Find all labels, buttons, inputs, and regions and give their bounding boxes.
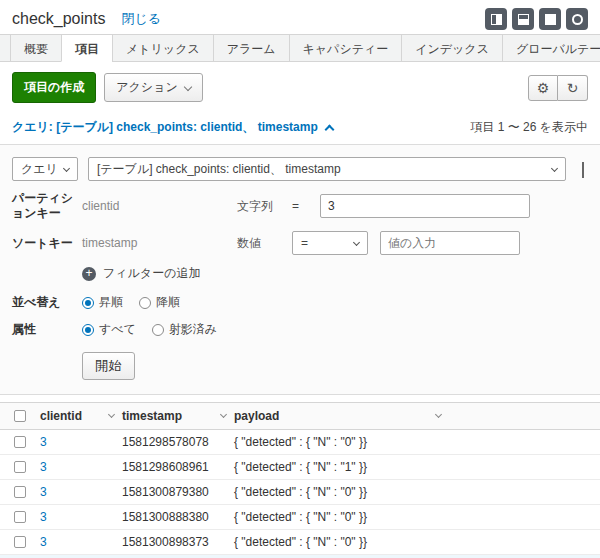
timestamp-cell: 1581300898373	[122, 535, 209, 549]
column-header-payload: payload	[234, 409, 279, 423]
gear-icon[interactable]: ⚙	[528, 75, 558, 101]
sort-caret-icon[interactable]	[108, 411, 115, 418]
payload-cell: { "detected" : { "N" : "1" }}	[234, 460, 367, 474]
tab-items[interactable]: 項目	[61, 35, 112, 62]
radio-icon	[139, 297, 151, 309]
sort-key-value-input[interactable]	[380, 231, 520, 255]
tab-indexes[interactable]: インデックス	[401, 35, 502, 61]
radio-icon	[82, 297, 94, 309]
tab-alarms[interactable]: アラーム	[213, 35, 289, 61]
timestamp-cell: 1581298608961	[122, 460, 209, 474]
start-query-button[interactable]: 開始	[82, 352, 135, 380]
tab-metrics[interactable]: メトリックス	[112, 35, 213, 61]
sort-key-label: ソートキー	[12, 236, 82, 251]
tab-capacity[interactable]: キャパシティー	[289, 35, 402, 61]
clientid-cell[interactable]: 3	[40, 535, 47, 549]
table-row: 3 1581298608961 { "detected" : { "N" : "…	[0, 455, 600, 480]
radio-descending[interactable]: 降順	[139, 294, 180, 311]
partition-key-operator: =	[292, 199, 320, 213]
table-row: 3 1581300879380 { "detected" : { "N" : "…	[0, 480, 600, 505]
partition-key-value-input[interactable]	[320, 194, 530, 218]
add-filter-button[interactable]: + フィルターの追加	[82, 265, 588, 282]
sort-key-type: 数値	[237, 235, 292, 252]
table-index-select[interactable]: [テーブル] check_points: clientid、 timestamp	[88, 157, 566, 181]
column-header-timestamp: timestamp	[122, 409, 182, 423]
table-title: check_points	[12, 10, 105, 28]
row-checkbox[interactable]	[14, 511, 26, 523]
tab-global-tables[interactable]: グローバルテーブル	[502, 35, 600, 61]
clientid-cell[interactable]: 3	[40, 460, 47, 474]
layout-toggle-group	[485, 8, 588, 30]
timestamp-cell: 1581300879380	[122, 485, 209, 499]
clientid-cell[interactable]: 3	[40, 510, 47, 524]
page-header: check_points 閉じる	[0, 0, 600, 34]
query-summary-toggle[interactable]: クエリ: [テーブル] check_points: clientid、 time…	[12, 119, 333, 136]
radio-all-attributes[interactable]: すべて	[82, 321, 136, 338]
clientid-cell[interactable]: 3	[40, 485, 47, 499]
radio-icon	[82, 324, 94, 336]
chevron-down-icon	[551, 164, 558, 171]
refresh-icon[interactable]: ↻	[558, 75, 588, 101]
full-view-icon[interactable]	[539, 8, 561, 30]
plus-icon: +	[82, 267, 96, 281]
sort-order-label: 並べ替え	[12, 295, 82, 310]
payload-cell: { "detected" : { "N" : "0" }}	[234, 535, 367, 549]
radio-projected-attributes[interactable]: 射影済み	[152, 321, 217, 338]
help-icon[interactable]	[566, 8, 588, 30]
timestamp-cell: 1581298578078	[122, 435, 209, 449]
table-row: 3 1581300888380 { "detected" : { "N" : "…	[0, 505, 600, 530]
select-all-checkbox[interactable]	[14, 410, 26, 422]
query-summary-bar: クエリ: [テーブル] check_points: clientid、 time…	[0, 113, 600, 144]
tab-overview[interactable]: 概要	[10, 35, 61, 61]
collapse-panel-button[interactable]	[578, 158, 588, 180]
timestamp-cell: 1581300888380	[122, 510, 209, 524]
table-header-row: clientid timestamp payload	[0, 402, 600, 430]
actions-dropdown[interactable]: アクション	[104, 73, 202, 102]
split-view-icon[interactable]	[485, 8, 507, 30]
column-header-clientid: clientid	[40, 409, 82, 423]
row-checkbox[interactable]	[14, 461, 26, 473]
attributes-label: 属性	[12, 322, 82, 337]
chevron-down-icon	[183, 82, 191, 90]
sort-key-name: timestamp	[82, 236, 237, 250]
table-row: 3 1581298578078 { "detected" : { "N" : "…	[0, 430, 600, 455]
payload-cell: { "detected" : { "N" : "0" }}	[234, 485, 367, 499]
create-item-button[interactable]: 項目の作成	[12, 72, 96, 103]
bottom-panel-icon[interactable]	[512, 8, 534, 30]
query-panel: クエリ [テーブル] check_points: clientid、 times…	[0, 144, 600, 395]
partition-key-name: clientid	[82, 199, 237, 213]
sort-caret-icon[interactable]	[220, 411, 227, 418]
sort-key-operator-select[interactable]: =	[292, 231, 368, 255]
chevron-up-icon	[324, 124, 334, 134]
close-link[interactable]: 閉じる	[121, 10, 161, 28]
tab-bar: 概要 項目 メトリックス アラーム キャパシティー インデックス グローバルテー…	[0, 34, 600, 62]
table-row: 3 1581300898373 { "detected" : { "N" : "…	[0, 530, 600, 555]
radio-ascending[interactable]: 昇順	[82, 294, 123, 311]
radio-icon	[152, 324, 164, 336]
row-checkbox[interactable]	[14, 536, 26, 548]
partition-key-type: 文字列	[237, 198, 292, 215]
partition-key-label: パーティションキー	[12, 191, 82, 221]
query-mode-select[interactable]: クエリ	[12, 157, 78, 181]
items-toolbar: 項目の作成 アクション ⚙ ↻	[0, 62, 600, 113]
chevron-down-icon	[353, 238, 360, 245]
chevron-down-icon	[63, 164, 70, 171]
sort-caret-icon[interactable]	[435, 411, 442, 418]
chevron-up-icon	[582, 162, 584, 178]
items-shown-count: 項目 1 〜 26 を表示中	[470, 119, 588, 136]
row-checkbox[interactable]	[14, 486, 26, 498]
payload-cell: { "detected" : { "N" : "0" }}	[234, 510, 367, 524]
clientid-cell[interactable]: 3	[40, 435, 47, 449]
payload-cell: { "detected" : { "N" : "0" }}	[234, 435, 367, 449]
results-table: clientid timestamp payload 3 15812985780…	[0, 402, 600, 558]
row-checkbox[interactable]	[14, 436, 26, 448]
